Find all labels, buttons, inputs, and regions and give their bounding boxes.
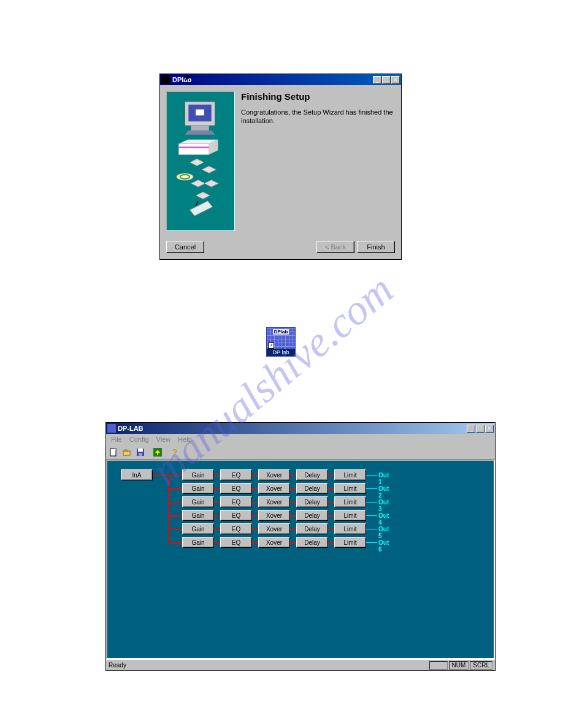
svg-rect-19 [110, 449, 116, 456]
svg-rect-2 [196, 110, 204, 116]
close-button[interactable]: × [391, 76, 400, 84]
eq-button[interactable]: EQ [220, 510, 252, 521]
eq-button[interactable]: EQ [220, 537, 252, 548]
status-blank [429, 661, 448, 670]
menu-help[interactable]: Help [174, 434, 196, 444]
svg-marker-9 [190, 159, 204, 166]
limit-button[interactable]: Limit [334, 469, 366, 480]
svg-rect-25 [139, 453, 142, 456]
output-label: Out 2 [378, 485, 389, 499]
svg-marker-14 [191, 180, 205, 187]
wizard-message: Congratulations, the Setup Wizard has fi… [241, 108, 395, 126]
finish-button[interactable]: Finish [357, 241, 395, 253]
menu-view[interactable]: View [153, 434, 175, 444]
svg-rect-6 [179, 144, 209, 155]
open-folder-icon[interactable] [121, 446, 133, 458]
svg-marker-16 [196, 192, 210, 199]
shortcut-arrow-icon: ↗ [268, 343, 274, 349]
new-file-icon[interactable] [107, 446, 120, 458]
delay-button[interactable]: Delay [296, 510, 328, 521]
gain-button[interactable]: Gain [182, 469, 214, 480]
status-scrl: SCRL [470, 661, 492, 670]
menubar: File Config View Help [106, 434, 495, 445]
app-icon [161, 75, 170, 84]
status-ready: Ready [109, 662, 428, 669]
gain-button[interactable]: Gain [182, 483, 214, 494]
icon-top-label: DPlab [273, 329, 289, 335]
output-label: Out 1 [378, 472, 389, 485]
help-icon[interactable]: ? [169, 446, 181, 458]
xover-button[interactable]: Xover [258, 469, 290, 480]
output-label: Out 5 [378, 526, 389, 539]
delay-button[interactable]: Delay [296, 537, 328, 548]
status-num: NUM [449, 661, 469, 670]
menu-file[interactable]: File [107, 434, 126, 444]
output-label: Out 3 [378, 499, 389, 512]
xover-button[interactable]: Xover [258, 510, 290, 521]
limit-button[interactable]: Limit [334, 510, 366, 521]
delay-button[interactable]: Delay [296, 469, 328, 480]
minimize-button[interactable]: _ [373, 76, 381, 84]
app-minimize-button[interactable]: _ [467, 425, 475, 433]
setup-title: DPlab [172, 76, 372, 83]
delay-button[interactable]: Delay [296, 483, 328, 494]
svg-marker-4 [185, 131, 215, 135]
gain-button[interactable]: Gain [182, 523, 214, 534]
gain-button[interactable]: Gain [182, 510, 214, 521]
output-label: Out 6 [378, 539, 389, 553]
svg-marker-17 [190, 201, 212, 216]
limit-button[interactable]: Limit [334, 496, 366, 507]
gain-button[interactable]: Gain [182, 496, 214, 507]
app-title-icon [107, 424, 116, 433]
svg-point-13 [183, 176, 187, 178]
wizard-heading: Finishing Setup [241, 91, 395, 102]
back-button: < Back [316, 241, 354, 253]
app-titlebar[interactable]: DP-LAB _ □ × [106, 423, 495, 434]
maximize-button[interactable]: □ [382, 76, 391, 84]
eq-button[interactable]: EQ [220, 483, 252, 494]
eq-button[interactable]: EQ [220, 496, 252, 507]
delay-button[interactable]: Delay [296, 496, 328, 507]
svg-rect-21 [123, 451, 130, 455]
dplab-window: DP-LAB _ □ × File Config View Help ? InA… [105, 422, 496, 671]
dplab-shortcut[interactable]: DPlab ↗ DP lab [266, 327, 297, 357]
statusbar: Ready NUM SCRL [106, 659, 495, 670]
limit-button[interactable]: Limit [334, 537, 366, 548]
output-label: Out 4 [378, 512, 389, 526]
xover-button[interactable]: Xover [258, 483, 290, 494]
wizard-illustration [166, 91, 235, 231]
xover-button[interactable]: Xover [258, 496, 290, 507]
app-title: DP-LAB [118, 425, 466, 432]
limit-button[interactable]: Limit [334, 483, 366, 494]
setup-titlebar[interactable]: DPlab _ □ × [160, 74, 401, 85]
svg-marker-10 [202, 166, 216, 173]
up-arrow-icon[interactable] [151, 446, 164, 458]
setup-dialog: DPlab _ □ × [159, 74, 402, 260]
app-maximize-button[interactable]: □ [476, 425, 484, 433]
svg-rect-7 [179, 146, 209, 148]
xover-button[interactable]: Xover [258, 537, 290, 548]
menu-config[interactable]: Config [126, 434, 153, 444]
svg-marker-22 [124, 450, 128, 451]
svg-marker-15 [204, 180, 219, 187]
gain-button[interactable]: Gain [182, 537, 214, 548]
eq-button[interactable]: EQ [220, 469, 252, 480]
icon-bottom-label: DP lab [267, 349, 295, 356]
save-icon[interactable] [134, 446, 147, 458]
app-close-button[interactable]: × [485, 425, 494, 433]
svg-rect-3 [191, 126, 209, 131]
delay-button[interactable]: Delay [296, 523, 328, 534]
xover-button[interactable]: Xover [258, 523, 290, 534]
signal-canvas: InAGainEQXoverDelayLimitOut 1GainEQXover… [106, 460, 495, 659]
input-a-button[interactable]: InA [121, 469, 153, 480]
limit-button[interactable]: Limit [334, 523, 366, 534]
svg-rect-24 [138, 449, 143, 452]
svg-line-18 [196, 201, 198, 206]
cancel-button[interactable]: Cancel [166, 241, 204, 253]
toolbar: ? [106, 445, 495, 460]
eq-button[interactable]: EQ [220, 523, 252, 534]
